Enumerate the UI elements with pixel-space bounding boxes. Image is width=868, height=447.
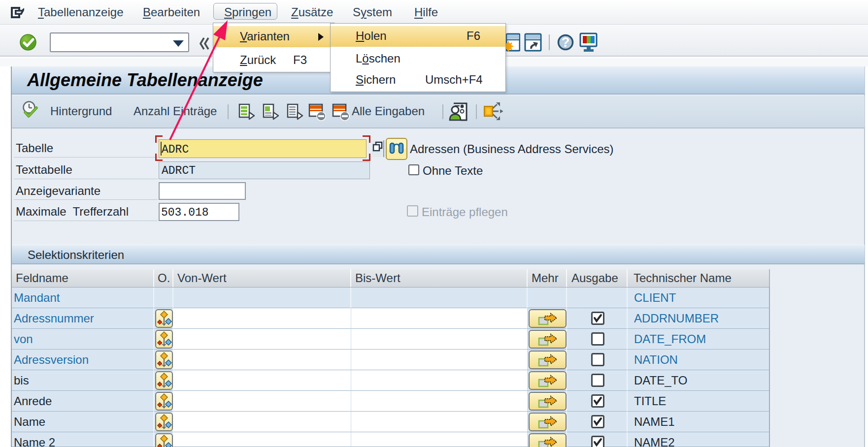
- svg-text:?: ?: [562, 35, 570, 50]
